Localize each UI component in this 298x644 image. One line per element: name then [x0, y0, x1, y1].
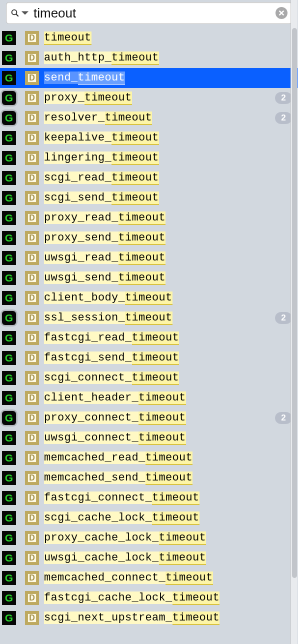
directive-icon: D	[25, 531, 39, 545]
item-label: scgi_connect_timeout	[44, 371, 179, 385]
list-item[interactable]: GDfastcgi_send_timeout	[0, 348, 298, 368]
module-icon: G	[2, 471, 16, 485]
list-item[interactable]: GDscgi_next_upstream_timeout	[0, 608, 298, 628]
directive-icon: D	[25, 251, 39, 265]
directive-icon: D	[25, 351, 39, 365]
directive-icon: D	[25, 71, 39, 85]
module-icon: G	[2, 151, 16, 165]
module-icon: G	[2, 371, 16, 385]
list-item[interactable]: GDfastcgi_cache_lock_timeout	[0, 588, 298, 608]
list-item[interactable]: GDproxy_timeout2	[0, 88, 298, 108]
list-item[interactable]: GDscgi_read_timeout	[0, 168, 298, 188]
list-item[interactable]: GDfastcgi_read_timeout	[0, 328, 298, 348]
module-icon: G	[2, 391, 16, 405]
count-badge: 2	[275, 92, 292, 104]
module-icon: G	[2, 271, 16, 285]
scrollbar[interactable]	[290, 0, 298, 644]
module-icon: G	[2, 251, 16, 265]
item-label: fastcgi_read_timeout	[44, 331, 179, 345]
directive-icon: D	[25, 191, 39, 205]
scrollbar-thumb[interactable]	[292, 28, 297, 578]
module-icon: G	[2, 591, 16, 605]
module-icon: G	[2, 191, 16, 205]
item-label: proxy_timeout	[44, 91, 132, 105]
item-label: lingering_timeout	[44, 151, 159, 165]
module-icon: G	[2, 551, 16, 565]
module-icon: G	[2, 311, 16, 325]
list-item[interactable]: GDuwsgi_read_timeout	[0, 248, 298, 268]
module-icon: G	[2, 231, 16, 245]
search-input[interactable]	[30, 6, 276, 21]
item-label: memcached_read_timeout	[44, 451, 192, 465]
directive-icon: D	[25, 131, 39, 145]
list-item[interactable]: GDproxy_read_timeout	[0, 208, 298, 228]
search-bar	[6, 2, 292, 24]
item-label: fastcgi_cache_lock_timeout	[44, 591, 220, 605]
directive-icon: D	[25, 231, 39, 245]
item-label: uwsgi_connect_timeout	[44, 431, 186, 445]
list-item[interactable]: GDscgi_connect_timeout	[0, 368, 298, 388]
directive-icon: D	[25, 51, 39, 65]
list-item[interactable]: GDproxy_send_timeout	[0, 228, 298, 248]
list-item[interactable]: GDsend_timeout	[0, 68, 298, 88]
list-item[interactable]: GDuwsgi_connect_timeout	[0, 428, 298, 448]
list-item[interactable]: GDscgi_cache_lock_timeout	[0, 508, 298, 528]
list-item[interactable]: GDtimeout	[0, 28, 298, 48]
module-icon: G	[2, 291, 16, 305]
list-item[interactable]: GDkeepalive_timeout	[0, 128, 298, 148]
directive-icon: D	[25, 291, 39, 305]
count-badge: 2	[275, 312, 292, 324]
item-label: proxy_send_timeout	[44, 231, 166, 245]
list-item[interactable]: GDlingering_timeout	[0, 148, 298, 168]
item-label: uwsgi_cache_lock_timeout	[44, 551, 206, 565]
directive-icon: D	[25, 271, 39, 285]
item-label: uwsgi_send_timeout	[44, 271, 166, 285]
item-label: uwsgi_read_timeout	[44, 251, 166, 265]
list-item[interactable]: GDmemcached_read_timeout	[0, 448, 298, 468]
list-item[interactable]: GDproxy_cache_lock_timeout	[0, 528, 298, 548]
item-label: timeout	[44, 31, 92, 45]
list-item[interactable]: GDclient_header_timeout	[0, 388, 298, 408]
module-icon: G	[2, 511, 16, 525]
list-item[interactable]: GDfastcgi_connect_timeout	[0, 488, 298, 508]
directive-icon: D	[25, 371, 39, 385]
list-item[interactable]: GDproxy_connect_timeout2	[0, 408, 298, 428]
directive-icon: D	[25, 391, 39, 405]
list-item[interactable]: GDclient_body_timeout	[0, 288, 298, 308]
list-item[interactable]: GDmemcached_connect_timeout	[0, 568, 298, 588]
list-item[interactable]: GDssl_session_timeout2	[0, 308, 298, 328]
list-item[interactable]: GDmemcached_send_timeout	[0, 468, 298, 488]
item-label: scgi_cache_lock_timeout	[44, 511, 200, 525]
count-badge: 2	[275, 112, 292, 124]
module-icon: G	[2, 611, 16, 625]
module-icon: G	[2, 71, 16, 85]
directive-icon: D	[25, 411, 39, 425]
module-icon: G	[2, 91, 16, 105]
item-label: memcached_send_timeout	[44, 471, 192, 485]
count-badge: 2	[275, 412, 292, 424]
directive-icon: D	[25, 31, 39, 45]
directive-icon: D	[25, 451, 39, 465]
module-icon: G	[2, 351, 16, 365]
item-label: send_timeout	[44, 71, 125, 85]
item-label: client_header_timeout	[44, 391, 186, 405]
clear-search-button[interactable]	[276, 7, 288, 19]
list-item[interactable]: GDauth_http_timeout	[0, 48, 298, 68]
directive-icon: D	[25, 571, 39, 585]
list-item[interactable]: GDscgi_send_timeout	[0, 188, 298, 208]
module-icon: G	[2, 431, 16, 445]
item-label: proxy_read_timeout	[44, 211, 166, 225]
directive-icon: D	[25, 171, 39, 185]
list-item[interactable]: GDuwsgi_cache_lock_timeout	[0, 548, 298, 568]
directive-icon: D	[25, 311, 39, 325]
list-item[interactable]: GDresolver_timeout2	[0, 108, 298, 128]
item-label: client_body_timeout	[44, 291, 172, 305]
search-icon[interactable]	[10, 8, 30, 18]
directive-icon: D	[25, 111, 39, 125]
module-icon: G	[2, 211, 16, 225]
list-item[interactable]: GDuwsgi_send_timeout	[0, 268, 298, 288]
module-icon: G	[2, 131, 16, 145]
directive-icon: D	[25, 151, 39, 165]
search-dropdown-caret-icon[interactable]	[20, 8, 30, 18]
item-label: fastcgi_connect_timeout	[44, 491, 200, 505]
